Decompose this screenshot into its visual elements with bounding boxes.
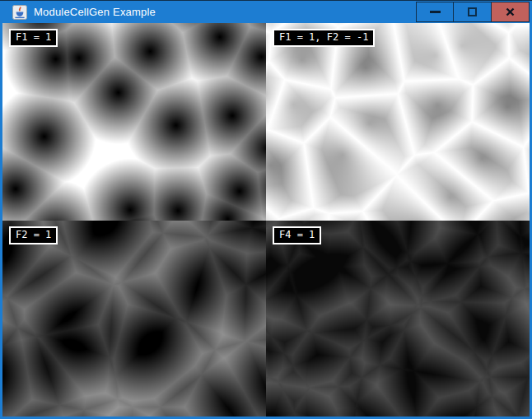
panel-label: F2 = 1 xyxy=(9,226,58,244)
maximize-button[interactable] xyxy=(454,2,492,22)
app-window: ModuleCellGen Example F1 = 1 F1 = 1, F2 … xyxy=(0,0,532,419)
minimize-icon xyxy=(430,11,441,13)
noise-panel-f2: F2 = 1 xyxy=(2,221,266,417)
close-button[interactable] xyxy=(492,2,530,22)
noise-panel-f4: F4 = 1 xyxy=(266,221,530,417)
java-coffee-cup-icon xyxy=(12,5,27,20)
panel-label: F1 = 1 xyxy=(9,29,58,47)
maximize-icon xyxy=(468,7,477,16)
noise-canvas-f1 xyxy=(2,23,266,221)
noise-canvas-f1-f2 xyxy=(266,23,530,221)
minimize-button[interactable] xyxy=(416,2,454,22)
noise-panel-f1-f2: F1 = 1, F2 = -1 xyxy=(266,23,530,221)
window-title: ModuleCellGen Example xyxy=(34,6,156,18)
noise-canvas-f2 xyxy=(2,221,266,417)
close-icon xyxy=(505,7,516,17)
panel-label: F1 = 1, F2 = -1 xyxy=(273,29,375,47)
panel-label: F4 = 1 xyxy=(273,226,321,244)
noise-panel-f1: F1 = 1 xyxy=(2,23,266,221)
render-grid: F1 = 1 F1 = 1, F2 = -1 F2 = 1 F4 = 1 xyxy=(2,23,530,417)
window-controls xyxy=(416,2,530,22)
title-bar[interactable]: ModuleCellGen Example xyxy=(0,0,532,23)
noise-canvas-f4 xyxy=(266,221,530,417)
